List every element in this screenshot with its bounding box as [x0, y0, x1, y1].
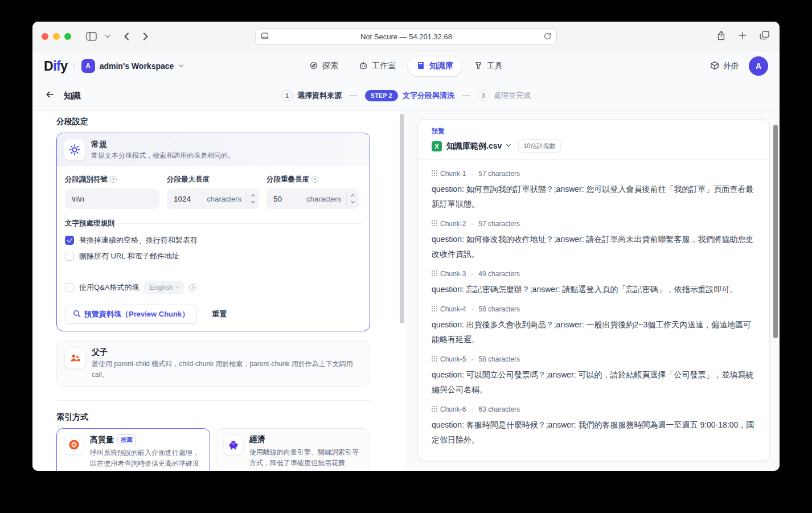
preview-chunk-button[interactable]: 預覽資料塊（Preview Chunk）: [65, 305, 197, 324]
back-arrow-icon[interactable]: [45, 90, 55, 101]
address-bar[interactable]: Not Secure — 54.201.32.68: [255, 28, 557, 45]
rule-replace-whitespace[interactable]: 替換掉連續的空格、換行符和製表符: [65, 235, 362, 245]
overlap-stepper[interactable]: [346, 192, 359, 206]
traffic-lights: [42, 33, 71, 40]
parent-child-icon: [64, 347, 86, 369]
parent-child-mode-card[interactable]: 父子 當使用 parent-child 模式時，child-chunk 用於檢索…: [56, 340, 370, 387]
nav-tools[interactable]: 工具: [465, 56, 511, 76]
overlap-field: 分段重疊長度? 50 characters: [266, 174, 359, 209]
reset-button[interactable]: 重置: [212, 309, 227, 319]
max-length-field: 分段最大長度 1024 characters: [167, 174, 259, 209]
high-quality-description: 呼叫系統預設的嵌入介面進行處理，以在使用者查詢時提供更高的準確度: [90, 448, 203, 469]
sidebar-toggle-icon[interactable]: [86, 32, 97, 41]
gear-icon: [64, 139, 85, 161]
rule-remove-urls[interactable]: 刪除所有 URL 和電子郵件地址: [65, 251, 362, 261]
preprocessing-rules-title: 文字預處理規則: [65, 219, 115, 228]
chunk-item: Chunk-663 characters question: 客服時間是什麼時候…: [432, 404, 756, 447]
plugins-button[interactable]: 外掛: [710, 61, 739, 72]
app-header: Dify / A admin's Workspace 探索 工作室: [32, 51, 780, 81]
chunk-name: Chunk-5: [440, 355, 466, 363]
economical-description: 使用離線的向量引擎、關鍵詞索引等方式，降低了準確度但無需花費 Token: [249, 447, 362, 471]
logo-letters-if: if: [53, 59, 60, 73]
nav-explore-label: 探索: [322, 61, 338, 71]
tools-icon: [474, 61, 483, 72]
qa-language-select[interactable]: English: [144, 281, 184, 294]
chunk-name: Chunk-2: [440, 220, 466, 228]
new-tab-icon[interactable]: [739, 31, 747, 42]
reload-icon[interactable]: [544, 32, 551, 42]
preview-area: 預覽 X 知識庫範例.csv 10估計塊數 Chunk-157 characte…: [405, 111, 780, 471]
zoom-window-button[interactable]: [64, 33, 71, 40]
close-window-button[interactable]: [42, 33, 48, 40]
workspace-selector[interactable]: A admin's Workspace: [81, 59, 183, 73]
chunk-settings-panel: 分段設定 常規 常規文本分塊模式，檢索和調用的塊是相同的。 分段識別符號?: [32, 111, 405, 471]
back-button[interactable]: [123, 32, 130, 41]
index-economical-card[interactable]: 經濟 使用離線的向量引擎、關鍵詞索引等方式，降低了準確度但無需花費 Token: [216, 428, 370, 471]
left-panel-scrollbar[interactable]: [400, 114, 404, 323]
step-divider: [462, 95, 470, 96]
share-icon[interactable]: [717, 31, 725, 43]
checkbox-unchecked-icon[interactable]: [65, 252, 74, 261]
primary-nav: 探索 工作室 知識庫 工具: [301, 51, 511, 81]
plugin-cube-icon: [710, 61, 719, 72]
qa-language-value: English: [149, 284, 173, 292]
max-length-unit: characters: [207, 195, 247, 203]
chunk-chars: 57 characters: [478, 170, 520, 178]
nav-studio[interactable]: 工作室: [350, 56, 404, 76]
browser-window: Not Secure — 54.201.32.68 Dify / A admin…: [32, 22, 780, 471]
nav-knowledge[interactable]: 知識庫: [408, 56, 462, 76]
max-length-value: 1024: [174, 195, 191, 203]
dify-logo[interactable]: Dify: [44, 59, 67, 74]
preview-file-name: 知識庫範例.csv: [446, 141, 502, 151]
user-avatar[interactable]: A: [749, 56, 768, 76]
page-settings-icon[interactable]: [261, 32, 269, 42]
browser-toolbar: Not Secure — 54.201.32.68: [32, 22, 780, 51]
high-quality-icon: [64, 434, 84, 455]
delimiter-label: 分段識別符號: [65, 175, 108, 184]
general-mode-card[interactable]: 常規 常規文本分塊模式，檢索和調用的塊是相同的。 分段識別符號? \n\n 分段…: [56, 133, 370, 331]
help-icon[interactable]: ?: [189, 284, 196, 291]
chunk-name: Chunk-1: [440, 170, 466, 178]
max-length-stepper[interactable]: [247, 192, 259, 206]
help-icon[interactable]: ?: [110, 176, 117, 183]
chunk-text: question: 客服時間是什麼時候？;answer: 我們的客服服務時間為週…: [432, 417, 756, 447]
qa-format-row[interactable]: 使用Q&A格式的塊 English ?: [65, 281, 362, 294]
checkbox-checked-icon[interactable]: [65, 236, 74, 245]
chunk-grid-icon: [432, 270, 437, 278]
chunk-text: question: 可以開立公司發票嗎？;answer: 可以的，請於結帳頁選擇…: [432, 367, 756, 397]
max-length-input[interactable]: 1024 characters: [167, 188, 259, 209]
file-chevron-down-icon[interactable]: [506, 142, 511, 146]
nav-explore[interactable]: 探索: [301, 56, 347, 76]
chevron-down-icon: [179, 62, 183, 67]
forward-button[interactable]: [142, 32, 149, 41]
rule-replace-whitespace-label: 替換掉連續的空格、換行符和製表符: [79, 235, 198, 245]
sidebar-chevron-icon[interactable]: [105, 34, 110, 39]
chunk-chars: 49 characters: [478, 270, 520, 278]
checkbox-unchecked-icon[interactable]: [65, 283, 74, 292]
overlap-unit: characters: [306, 195, 346, 203]
steps-bar: 知識 1 選擇資料來源 STEP 2 文字分段與清洗 3 處理並完成: [32, 81, 780, 111]
chunk-text: question: 如何查詢我的訂單狀態？;answer: 您可以登入會員後前往…: [432, 182, 756, 211]
chunk-grid-icon: [432, 220, 437, 228]
main-content: 分段設定 常規 常規文本分塊模式，檢索和調用的塊是相同的。 分段識別符號?: [32, 111, 780, 471]
general-mode-title: 常規: [91, 139, 235, 150]
logo-letter-y: y: [60, 59, 67, 73]
delimiter-input[interactable]: \n\n: [65, 188, 159, 209]
step-2: STEP 2 文字分段與清洗: [365, 90, 454, 101]
page-scrollbar[interactable]: [773, 125, 778, 338]
index-high-quality-card[interactable]: 高質量 推薦 呼叫系統預設的嵌入介面進行處理，以在使用者查詢時提供更高的準確度: [56, 428, 210, 471]
step-1-label: 選擇資料來源: [297, 91, 342, 101]
qa-format-label: 使用Q&A格式的塊: [79, 282, 139, 293]
step-3-number: 3: [478, 90, 489, 101]
chunk-text: question: 出貨後多久會收到商品？;answer: 一般出貨後約2~3個…: [432, 317, 756, 347]
help-icon[interactable]: ?: [311, 176, 318, 183]
url-text: Not Secure — 54.201.32.68: [269, 32, 544, 41]
tab-overview-icon[interactable]: [760, 31, 769, 42]
preview-label: 預覽: [432, 127, 756, 136]
overlap-input[interactable]: 50 characters: [266, 188, 359, 209]
minimize-window-button[interactable]: [53, 33, 60, 40]
workspace-name: admin's Workspace: [100, 61, 174, 71]
chunk-list: Chunk-157 characters question: 如何查詢我的訂單狀…: [418, 160, 769, 461]
index-method-title: 索引方式: [56, 412, 370, 422]
chunk-settings-title: 分段設定: [56, 117, 370, 127]
